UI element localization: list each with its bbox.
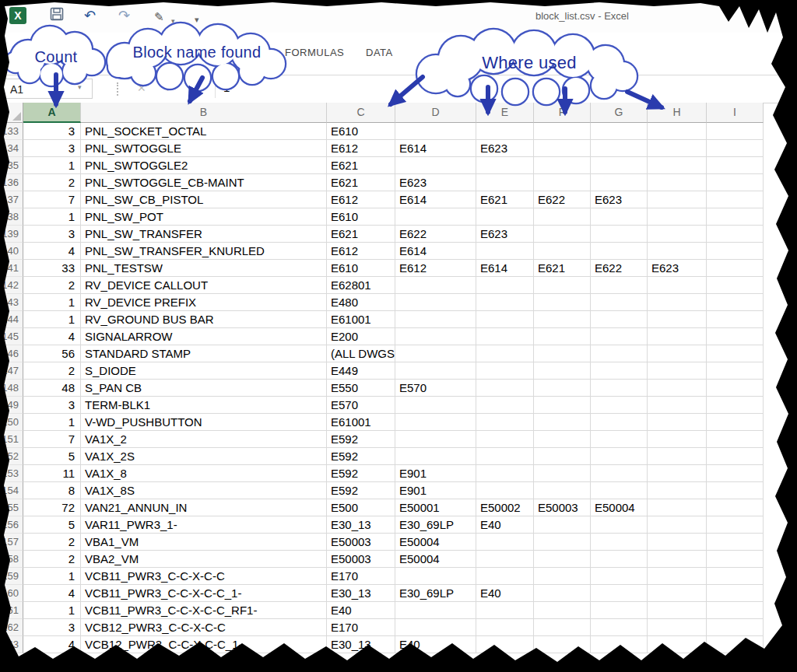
cell-used-D[interactable] bbox=[395, 414, 476, 431]
cell-used-G[interactable] bbox=[591, 123, 648, 140]
cell-used-H[interactable] bbox=[648, 431, 707, 448]
enter-icon[interactable]: ✓ bbox=[165, 82, 174, 94]
cell-used-H[interactable] bbox=[648, 243, 707, 260]
qat-dropdown-icon[interactable]: ▾ bbox=[195, 11, 199, 28]
cell-used-G[interactable] bbox=[591, 397, 648, 414]
cell-used-H[interactable] bbox=[648, 191, 707, 208]
cell-used-E[interactable] bbox=[476, 482, 534, 499]
cell-used-D[interactable]: E570 bbox=[395, 380, 476, 397]
cell-used-G[interactable] bbox=[591, 345, 648, 362]
cell-used-D[interactable] bbox=[395, 294, 476, 311]
row-header-136[interactable]: 136 bbox=[2, 174, 23, 191]
cell-used-D[interactable]: E50004 bbox=[395, 534, 476, 551]
cell-I[interactable] bbox=[707, 174, 764, 191]
cell-count[interactable]: 56 bbox=[23, 345, 81, 362]
cell-used-C[interactable]: E610 bbox=[327, 123, 395, 140]
cell-used-C[interactable]: E612 bbox=[327, 140, 395, 157]
cell-block-name[interactable]: VA1X_2 bbox=[81, 431, 327, 448]
cell-used-H[interactable]: E623 bbox=[648, 260, 707, 277]
cell-used-D[interactable] bbox=[395, 568, 476, 585]
column-header-G[interactable]: G bbox=[591, 103, 648, 123]
cell-used-G[interactable] bbox=[591, 277, 648, 294]
cell-used-H[interactable] bbox=[648, 208, 707, 226]
cell-block-name[interactable]: PNL_SW_TRANSFER_KNURLED bbox=[81, 243, 327, 260]
cell-I[interactable] bbox=[707, 482, 764, 499]
cell-I[interactable] bbox=[707, 140, 764, 157]
row-header-152[interactable]: 152 bbox=[2, 448, 23, 465]
cell-I[interactable] bbox=[707, 636, 764, 653]
cell-used-C[interactable]: E500 bbox=[327, 499, 395, 516]
cell-used-D[interactable]: E30_69LP bbox=[395, 585, 476, 602]
cell-used-E[interactable] bbox=[476, 362, 534, 380]
cell-used-F[interactable] bbox=[534, 380, 591, 397]
row-header-146[interactable]: 146 bbox=[2, 345, 23, 362]
cell-used-D[interactable]: E50001 bbox=[395, 499, 476, 516]
cell-used-F[interactable] bbox=[534, 345, 591, 362]
row-header-153[interactable]: 153 bbox=[2, 465, 23, 482]
cell-used-G[interactable] bbox=[591, 602, 648, 619]
cell-I[interactable] bbox=[707, 414, 764, 431]
cell-used-D[interactable]: E614 bbox=[395, 140, 476, 157]
row-header-138[interactable]: 138 bbox=[2, 208, 23, 226]
cell-block-name[interactable]: PNL_SW_POT bbox=[81, 208, 327, 226]
column-header-B[interactable]: B bbox=[81, 103, 327, 123]
cell-used-C[interactable]: E170 bbox=[327, 568, 395, 585]
formula-input[interactable]: 1 bbox=[223, 81, 230, 94]
name-box-dropdown-icon[interactable]: ▾ bbox=[78, 83, 82, 91]
cell-used-G[interactable] bbox=[591, 157, 648, 174]
cell-used-D[interactable]: E614 bbox=[395, 243, 476, 260]
cell-count[interactable]: 1 bbox=[23, 311, 81, 328]
cell-used-D[interactable] bbox=[395, 208, 476, 226]
cell-count[interactable]: 5 bbox=[23, 448, 81, 465]
cell-used-H[interactable] bbox=[648, 277, 707, 294]
row-header-161[interactable]: 161 bbox=[2, 602, 23, 619]
cell-used-F[interactable] bbox=[534, 465, 591, 482]
cell-used-F[interactable] bbox=[534, 157, 591, 174]
cell-used-D[interactable] bbox=[395, 431, 476, 448]
cell-block-name[interactable]: PNL_SOCKET_OCTAL bbox=[81, 123, 327, 140]
cell-block-name[interactable]: VCB11_PWR3_C-C-X-C-C_RF1- bbox=[81, 602, 327, 619]
cell-count[interactable]: 1 bbox=[23, 157, 81, 174]
cell-block-name[interactable]: VA1X_8S bbox=[81, 482, 327, 499]
cell-used-G[interactable] bbox=[591, 465, 648, 482]
cell-count[interactable]: 1 bbox=[23, 414, 81, 431]
cell-block-name[interactable]: RV_GROUND BUS BAR bbox=[81, 311, 327, 328]
cell-used-H[interactable] bbox=[648, 482, 707, 499]
cell-used-C[interactable]: E610 bbox=[327, 208, 395, 226]
cell-used-F[interactable] bbox=[534, 431, 591, 448]
cell-used-C[interactable]: E592 bbox=[327, 431, 395, 448]
cell-used-E[interactable] bbox=[476, 311, 534, 328]
excel-logo-icon[interactable]: X bbox=[9, 7, 26, 24]
cell-used-H[interactable] bbox=[648, 123, 707, 140]
cancel-icon[interactable]: ✕ bbox=[137, 82, 146, 94]
column-header-I[interactable]: I bbox=[707, 103, 764, 123]
cell-used-D[interactable]: E623 bbox=[395, 174, 476, 191]
cell-used-H[interactable] bbox=[648, 174, 707, 191]
cell-used-E[interactable] bbox=[476, 602, 534, 619]
cell-count[interactable]: 2 bbox=[23, 174, 81, 191]
cell-used-F[interactable] bbox=[534, 534, 591, 551]
cell-used-H[interactable] bbox=[648, 294, 707, 311]
cell-block-name[interactable]: STANDARD STAMP bbox=[81, 345, 327, 362]
cell-I[interactable] bbox=[707, 294, 764, 311]
cell-block-name[interactable]: TERM-BLK1 bbox=[81, 397, 327, 414]
cell-I[interactable] bbox=[707, 243, 764, 260]
cell-used-G[interactable] bbox=[591, 534, 648, 551]
cell-used-C[interactable]: E449 bbox=[327, 362, 395, 380]
pen-dropdown-icon[interactable]: ▾ bbox=[171, 12, 175, 30]
cell-used-E[interactable] bbox=[476, 380, 534, 397]
cell-block-name[interactable]: PNL_SWTOGGLE2 bbox=[81, 157, 327, 174]
insert-function-icon[interactable]: fx bbox=[191, 81, 202, 95]
cell-used-G[interactable] bbox=[591, 243, 648, 260]
cell-used-G[interactable] bbox=[591, 568, 648, 585]
cell-used-H[interactable] bbox=[648, 380, 707, 397]
cell-I[interactable] bbox=[707, 260, 764, 277]
row-header-158[interactable]: 158 bbox=[2, 551, 23, 568]
cell-block-name[interactable]: SIGNALARROW bbox=[81, 328, 327, 345]
cell-I[interactable] bbox=[707, 397, 764, 414]
cell-I[interactable] bbox=[707, 448, 764, 465]
cell-used-E[interactable]: E623 bbox=[476, 140, 534, 157]
cell-used-E[interactable]: E614 bbox=[476, 260, 534, 277]
cell-I[interactable] bbox=[707, 499, 764, 516]
redo-icon[interactable]: ↷ bbox=[118, 7, 130, 24]
